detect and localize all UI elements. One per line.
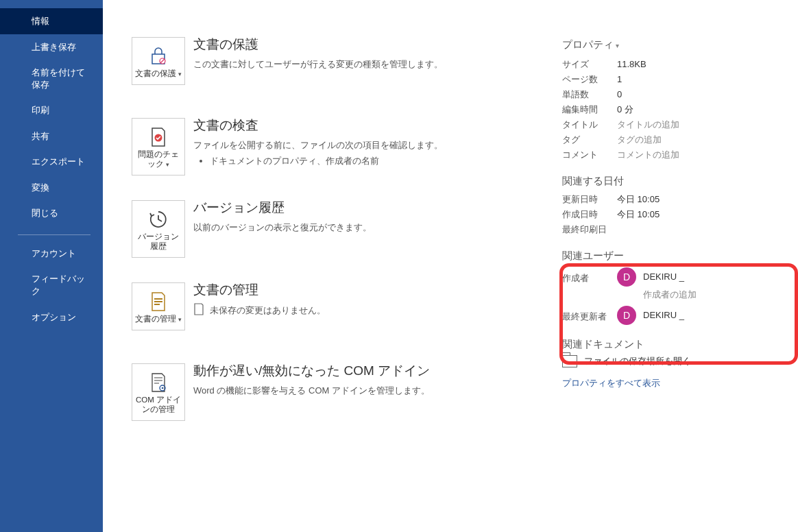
com-title: 動作が遅い/無効になった COM アドイン <box>193 362 550 380</box>
prop-words-label: 単語数 <box>562 87 617 102</box>
date-modified-label: 更新日時 <box>562 192 617 207</box>
prop-title-input[interactable]: タイトルの追加 <box>617 117 679 132</box>
history-title: バージョン履歴 <box>193 199 550 217</box>
document-check-icon <box>135 125 182 149</box>
lastmod-label: 最終更新者 <box>562 306 617 324</box>
protect-document-button[interactable]: 文書の保護 <box>132 37 185 85</box>
author-avatar[interactable]: D <box>617 267 636 287</box>
date-created-value: 今日 10:05 <box>617 207 660 222</box>
prop-comment-label: コメント <box>562 147 617 162</box>
sidebar-item-feedback[interactable]: フィードバック <box>0 266 103 304</box>
protect-desc: この文書に対してユーザーが行える変更の種類を管理します。 <box>193 58 550 71</box>
gear-document-icon <box>135 371 182 394</box>
sidebar-item-close[interactable]: 閉じる <box>0 200 103 226</box>
sidebar-item-export[interactable]: エクスポート <box>0 149 103 175</box>
prop-words-value: 0 <box>617 87 622 102</box>
manage-document-label: 文書の管理 <box>135 315 182 324</box>
version-history-label: バージョン履歴 <box>135 232 182 252</box>
prop-edittime-label: 編集時間 <box>562 102 617 117</box>
prop-comment-input[interactable]: コメントの追加 <box>617 147 679 162</box>
date-created-label: 作成日時 <box>562 207 617 222</box>
prop-pages-value: 1 <box>617 72 622 87</box>
inspect-title: 文書の検査 <box>193 117 550 134</box>
related-users-header: 関連ユーザー <box>562 250 788 263</box>
history-icon <box>135 208 182 231</box>
sidebar-divider <box>18 234 90 235</box>
backstage-sidebar: 情報 上書き保存 名前を付けて保存 印刷 共有 エクスポート 変換 閉じる アカ… <box>0 0 103 532</box>
add-author-input[interactable]: 作成者の追加 <box>643 287 697 302</box>
inspect-bullet: ドキュメントのプロパティ、作成者の名前 <box>210 155 550 167</box>
sidebar-item-account[interactable]: アカウント <box>0 241 103 267</box>
author-name[interactable]: DEKIRU _ <box>643 267 684 287</box>
check-issues-button[interactable]: 問題のチェック <box>132 118 185 176</box>
sidebar-item-saveas[interactable]: 名前を付けて保存 <box>0 60 103 97</box>
prop-title-label: タイトル <box>562 117 617 132</box>
inspect-desc: ファイルを公開する前に、ファイルの次の項目を確認します。 <box>193 138 550 152</box>
sidebar-item-save[interactable]: 上書き保存 <box>0 34 103 60</box>
sidebar-item-info[interactable]: 情報 <box>0 8 103 34</box>
backstage-main: 文書の保護 文書の保護 この文書に対してユーザーが行える変更の種類を管理します。… <box>103 0 798 532</box>
svg-point-11 <box>162 387 164 389</box>
sidebar-item-options[interactable]: オプション <box>0 304 103 330</box>
lastmod-avatar: D <box>617 306 636 325</box>
prop-pages-label: ページ数 <box>562 72 617 87</box>
sidebar-item-transform[interactable]: 変換 <box>0 175 103 201</box>
manage-desc: 未保存の変更はありません。 <box>210 304 326 317</box>
protect-document-label: 文書の保護 <box>135 69 182 79</box>
lastmod-name: DEKIRU _ <box>643 305 684 326</box>
com-desc: Word の機能に影響を与える COM アドインを管理します。 <box>193 384 550 398</box>
related-docs-header: 関連ドキュメント <box>562 338 788 351</box>
sidebar-item-print[interactable]: 印刷 <box>0 97 103 123</box>
open-file-location-label: ファイルの保存場所を開く <box>584 355 691 367</box>
lock-icon <box>135 45 182 68</box>
manage-com-addins-button[interactable]: COM アドインの管理 <box>132 363 185 421</box>
version-history-button[interactable]: バージョン履歴 <box>132 200 185 258</box>
related-dates-header: 関連する日付 <box>562 175 788 188</box>
date-modified-value: 今日 10:05 <box>617 192 660 207</box>
manage-com-addins-label: COM アドインの管理 <box>135 396 182 415</box>
prop-tags-label: タグ <box>562 132 617 147</box>
prop-tags-input[interactable]: タグの追加 <box>617 132 662 147</box>
document-manage-icon <box>135 290 182 313</box>
prop-size-value: 11.8KB <box>617 57 646 72</box>
no-unsaved-icon <box>193 303 204 317</box>
svg-rect-5 <box>154 301 162 302</box>
history-desc: 以前のバージョンの表示と復元ができます。 <box>193 221 550 234</box>
date-printed-label: 最終印刷日 <box>562 222 617 237</box>
sidebar-item-share[interactable]: 共有 <box>0 123 103 149</box>
manage-document-button[interactable]: 文書の管理 <box>132 282 185 330</box>
manage-title: 文書の管理 <box>193 281 550 299</box>
prop-size-label: サイズ <box>562 57 617 72</box>
svg-rect-6 <box>154 304 160 305</box>
properties-panel: プロパティ サイズ11.8KB ページ数1 単語数0 編集時間0 分 タイトルタ… <box>562 38 788 389</box>
author-label: 作成者 <box>562 268 617 286</box>
prop-edittime-value: 0 分 <box>617 102 633 117</box>
check-issues-label: 問題のチェック <box>135 150 182 169</box>
open-file-location-link[interactable]: ファイルの保存場所を開く <box>562 355 788 367</box>
protect-title: 文書の保護 <box>193 36 550 53</box>
show-all-properties-link[interactable]: プロパティをすべて表示 <box>562 377 660 389</box>
folder-icon <box>562 355 577 367</box>
svg-rect-4 <box>154 298 162 300</box>
properties-dropdown[interactable]: プロパティ <box>562 38 788 51</box>
